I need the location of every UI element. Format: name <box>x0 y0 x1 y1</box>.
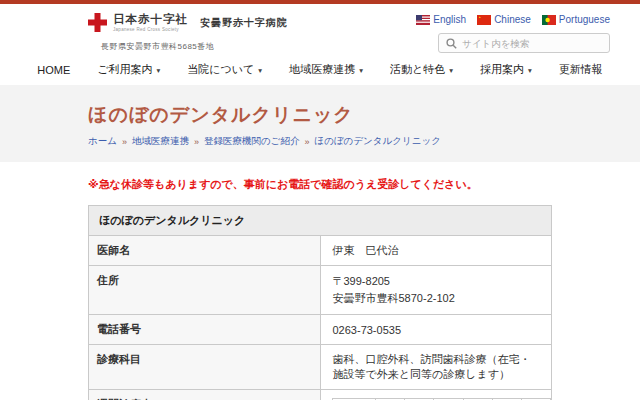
nav-item-recruit[interactable]: 採用案内 ▾ <box>480 62 532 77</box>
departments-label: 診療科目 <box>89 345 321 390</box>
language-label: Portuguese <box>559 14 610 25</box>
breadcrumb-registered-institutions[interactable]: 登録医療機関のご紹介 <box>204 135 299 148</box>
site-header: 日本赤十字社 Japanese Red Cross Society 安曇野赤十字… <box>0 4 640 85</box>
schedule-label: 週間診療表 <box>89 390 321 400</box>
doctor-value: 伊東 巳代治 <box>320 236 552 266</box>
hospital-name: 安曇野赤十字病院 <box>200 16 288 30</box>
portugal-flag-icon <box>542 15 556 25</box>
org-name: 日本赤十字社 <box>113 13 188 26</box>
chevron-down-icon: ▾ <box>258 65 262 75</box>
street-address: 安曇野市豊科5870-2-102 <box>333 290 540 307</box>
nav-item-regional-medical[interactable]: 地域医療連携 ▾ <box>289 62 363 77</box>
chevron-down-icon: ▾ <box>449 65 453 75</box>
table-row: 週間診療表 月 火 水 木 金 土 午前 ○ ○ <box>89 390 552 400</box>
nav-label: ご利用案内 <box>97 62 152 77</box>
table-row: 診療科目 歯科、口腔外科、訪問歯科診療（在宅・施設等で外来と同等の診療します） <box>89 345 552 390</box>
china-flag-icon <box>477 15 491 25</box>
org-name-en: Japanese Red Cross Society <box>113 27 188 32</box>
nav-label: 地域医療連携 <box>289 62 355 77</box>
nav-label: 更新情報 <box>559 62 603 77</box>
table-row: 電話番号 0263-73-0535 <box>89 315 552 345</box>
chevron-down-icon: ▾ <box>157 65 161 75</box>
departments-value: 歯科、口腔外科、訪問歯科診療（在宅・施設等で外来と同等の診療します） <box>320 345 552 390</box>
main-nav: HOME ご利用案内 ▾ 当院について ▾ 地域医療連携 ▾ 活動と特色 ▾ 採… <box>0 62 640 77</box>
site-search[interactable] <box>438 33 610 53</box>
breadcrumb: ホーム » 地域医療連携 » 登録医療機関のご紹介 » ほのぼのデンタルクリニッ… <box>88 135 640 148</box>
table-row: 医師名 伊東 巳代治 <box>89 236 552 266</box>
red-cross-icon <box>88 13 107 32</box>
clinic-table-title: ほのぼのデンタルクリニック <box>89 206 552 236</box>
nav-item-about[interactable]: 当院について ▾ <box>187 62 262 77</box>
language-links: English Chinese Portuguese <box>416 14 610 25</box>
breadcrumb-separator: » <box>304 137 309 147</box>
breadcrumb-separator: » <box>194 137 199 147</box>
language-label: English <box>433 14 466 25</box>
hospital-address: 長野県安曇野市豊科5685番地 <box>101 41 214 52</box>
breadcrumb-separator: » <box>122 137 127 147</box>
breadcrumb-home[interactable]: ホーム <box>88 135 117 148</box>
clinic-info-table: ほのぼのデンタルクリニック 医師名 伊東 巳代治 住所 〒399-8205 安曇… <box>88 205 552 400</box>
us-flag-icon <box>416 15 430 25</box>
search-input[interactable] <box>462 38 602 49</box>
page-title: ほのぼのデンタルクリニック <box>88 102 640 128</box>
nav-label: 当院について <box>187 62 254 77</box>
language-label: Chinese <box>494 14 531 25</box>
language-link-english[interactable]: English <box>416 14 466 25</box>
language-link-portuguese[interactable]: Portuguese <box>542 14 610 25</box>
breadcrumb-regional-medical[interactable]: 地域医療連携 <box>132 135 189 148</box>
nav-item-activities[interactable]: 活動と特色 ▾ <box>390 62 453 77</box>
doctor-label: 医師名 <box>89 236 321 266</box>
phone-value: 0263-73-0535 <box>320 315 552 345</box>
nav-item-home[interactable]: HOME <box>37 62 70 77</box>
search-icon <box>446 38 457 49</box>
phone-label: 電話番号 <box>89 315 321 345</box>
breadcrumb-current-page[interactable]: ほのぼのデンタルクリニック <box>314 135 440 148</box>
schedule-value: 月 火 水 木 金 土 午前 ○ ○ ○ ○ ○ <box>320 390 552 400</box>
language-link-chinese[interactable]: Chinese <box>477 14 531 25</box>
nav-label: HOME <box>37 64 70 76</box>
chevron-down-icon: ▾ <box>528 65 532 75</box>
nav-item-guide[interactable]: ご利用案内 ▾ <box>97 62 160 77</box>
nav-label: 活動と特色 <box>390 62 445 77</box>
address-label: 住所 <box>89 266 321 315</box>
table-row: ほのぼのデンタルクリニック <box>89 206 552 236</box>
nav-label: 採用案内 <box>480 62 524 77</box>
notice-text: ※急な休診等もありますので、事前にお電話で確認のうえ受診してください。 <box>88 177 640 192</box>
postal-code: 〒399-8205 <box>333 273 540 290</box>
nav-item-updates[interactable]: 更新情報 <box>559 62 603 77</box>
site-logo[interactable]: 日本赤十字社 Japanese Red Cross Society 安曇野赤十字… <box>88 13 288 32</box>
page-title-band: ほのぼのデンタルクリニック ホーム » 地域医療連携 » 登録医療機関のご紹介 … <box>0 85 640 162</box>
chevron-down-icon: ▾ <box>359 65 363 75</box>
address-value: 〒399-8205 安曇野市豊科5870-2-102 <box>320 266 552 315</box>
main-content: ※急な休診等もありますので、事前にお電話で確認のうえ受診してください。 ほのぼの… <box>0 162 640 400</box>
table-row: 住所 〒399-8205 安曇野市豊科5870-2-102 <box>89 266 552 315</box>
